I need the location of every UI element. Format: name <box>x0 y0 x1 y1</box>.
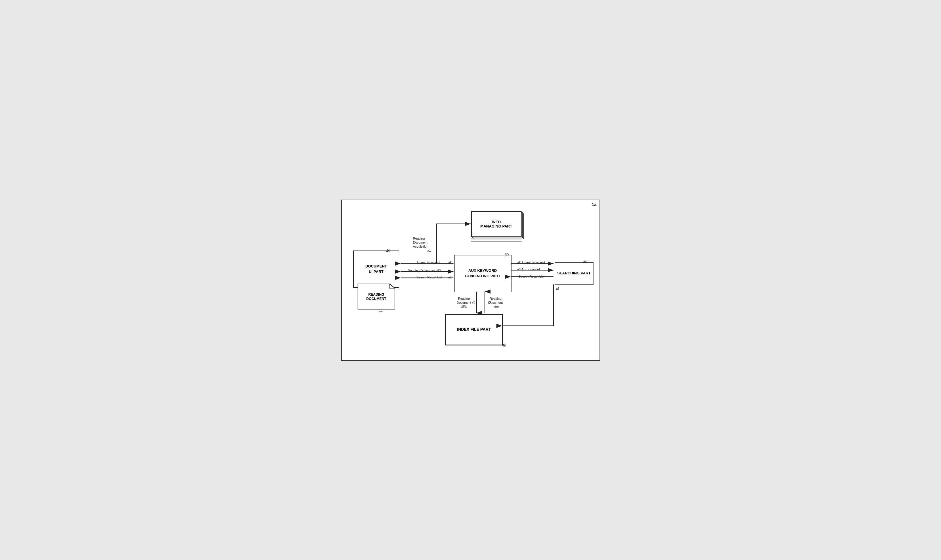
label-search-result-left: Search Result List <box>417 275 442 279</box>
label-a1: a1 <box>428 249 431 252</box>
info-managing-box: INFO MANAGING PART <box>471 211 522 237</box>
svg-text:READING: READING <box>368 292 384 297</box>
svg-text:DOCUMENT: DOCUMENT <box>366 297 387 301</box>
label-a7: a7 <box>556 286 559 291</box>
info-hatch <box>471 237 522 242</box>
info-managing-line2: MANAGING PART <box>481 224 512 228</box>
label-a3: a3 <box>472 300 475 304</box>
label-a4: a4 <box>488 300 491 304</box>
label-reading-doc-url: Reading Document URL <box>408 269 442 273</box>
label-reading-doc-url-bottom: ReadingDocumentURL <box>457 297 471 309</box>
diagram-container: 1a INFO MANAGING PART DOCUMENT UI PART 1… <box>341 200 600 361</box>
label-a5-right: a5 Search Keyword <box>517 261 545 265</box>
label-a6-aux: a6 Aux Keyword <box>517 267 540 271</box>
label-a2: a2 <box>448 275 452 279</box>
arrows-svg <box>342 200 599 360</box>
label-reading-doc-acq: ReadingDocumentAcquisition <box>413 237 428 249</box>
label-search-result-right: Search Result List <box>519 274 544 278</box>
label-search-keyword-left: Search Keyword <box>417 261 440 265</box>
label-a5-left: a5 <box>448 261 452 265</box>
reading-doc-shape: READING DOCUMENT <box>357 284 395 309</box>
info-managing-line1: INFO <box>481 220 512 224</box>
